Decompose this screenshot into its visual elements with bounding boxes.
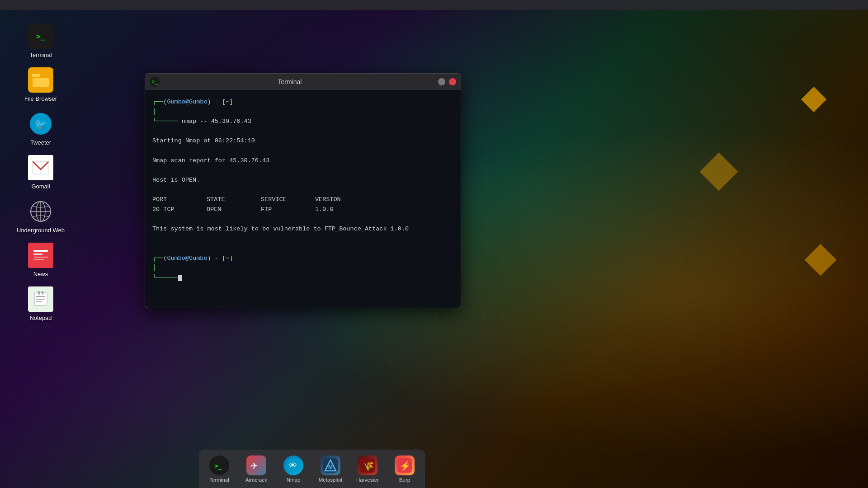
terminal-label: Terminal bbox=[29, 52, 52, 58]
terminal-table-header: PORT STATE SERVICE VERSION bbox=[152, 195, 453, 205]
terminal-line-2: │ bbox=[152, 107, 453, 117]
taskbar-item-airocrack[interactable]: ✈ Airocrack bbox=[240, 453, 273, 485]
news-icon bbox=[28, 243, 53, 268]
svg-rect-14 bbox=[33, 250, 48, 252]
terminal-output-vuln: This system is most likely to be vulnera… bbox=[152, 224, 453, 234]
svg-text:✈: ✈ bbox=[250, 461, 258, 471]
news-svg bbox=[32, 246, 50, 264]
desktop-icon-file-browser[interactable]: File Browser bbox=[14, 67, 68, 102]
tweeter-icon: 🐦 bbox=[28, 111, 53, 136]
terminal-output-3: Host is OPEN. bbox=[152, 175, 453, 185]
svg-rect-7 bbox=[32, 160, 50, 176]
taskbar-airocrack-label: Airocrack bbox=[245, 477, 267, 483]
file-browser-label: File Browser bbox=[24, 95, 57, 102]
svg-text:>_: >_ bbox=[36, 32, 45, 41]
terminal-titlebar: >_ Terminal bbox=[145, 74, 461, 90]
notepad-svg bbox=[32, 290, 50, 308]
terminal-line-3: └────── nmap -- 45.30.76.43 bbox=[152, 117, 453, 127]
web-svg bbox=[30, 201, 52, 222]
desktop-icon-notepad[interactable]: Notepad bbox=[14, 286, 68, 321]
taskbar-metasploit-label: Metasploit bbox=[319, 477, 342, 483]
terminal-body[interactable]: ┌──(Gumbo@Gumbo) - [~] │ └────── nmap --… bbox=[145, 90, 461, 308]
tweeter-svg: 🐦 bbox=[30, 113, 52, 135]
taskbar-burp-icon: ⚡ bbox=[395, 455, 415, 475]
terminal-output-2: Nmap scan report for 45.30.76.43 bbox=[152, 156, 453, 166]
terminal-window: >_ Terminal ┌──(Gumbo@Gumbo) - [~] │ └──… bbox=[145, 73, 461, 308]
notepad-icon bbox=[28, 286, 53, 312]
topbar bbox=[0, 0, 868, 10]
desktop-icon-news[interactable]: News bbox=[14, 243, 68, 277]
file-browser-icon bbox=[28, 67, 53, 93]
taskbar-terminal-icon: >_ bbox=[209, 455, 229, 475]
terminal-titlebar-icon: >_ bbox=[150, 77, 160, 87]
svg-text:🐦: 🐦 bbox=[34, 118, 47, 130]
terminal-line-prompt2: ┌──(Gumbo@Gumbo) - [~] bbox=[152, 253, 453, 263]
terminal-line-input: └────── bbox=[152, 273, 453, 283]
svg-text:M: M bbox=[328, 464, 333, 470]
terminal-svg: >_ bbox=[33, 28, 49, 44]
svg-text:⚡: ⚡ bbox=[400, 460, 411, 471]
mail-svg bbox=[32, 160, 50, 176]
terminal-line-cursor-row: │ bbox=[152, 263, 453, 273]
svg-rect-13 bbox=[32, 246, 50, 264]
desktop-icon-gomail[interactable]: Gomail bbox=[14, 155, 68, 190]
desktop-icon-terminal[interactable]: >_ Terminal bbox=[14, 23, 68, 58]
desktop-icons: >_ Terminal File Browser 🐦 Tweeter bbox=[0, 10, 81, 335]
taskbar-item-burp[interactable]: ⚡ Burp bbox=[388, 453, 421, 485]
tweeter-label: Tweeter bbox=[30, 139, 51, 146]
close-button[interactable] bbox=[449, 78, 456, 85]
desktop-icon-underground-web[interactable]: Underground Web bbox=[14, 199, 68, 234]
taskbar-harvester-label: Harvester bbox=[356, 477, 379, 483]
terminal-icon: >_ bbox=[28, 23, 53, 49]
gomail-icon bbox=[28, 155, 53, 180]
notepad-label: Notepad bbox=[29, 314, 52, 321]
svg-text:👁: 👁 bbox=[289, 461, 297, 470]
taskbar-item-harvester[interactable]: 🌾 Harvester bbox=[351, 453, 384, 485]
svg-rect-17 bbox=[33, 259, 44, 260]
terminal-line-1: ┌──(Gumbo@Gumbo) - [~] bbox=[152, 97, 453, 107]
minimize-button[interactable] bbox=[438, 78, 445, 85]
taskbar-nmap-icon: 👁 bbox=[283, 455, 303, 475]
svg-rect-15 bbox=[33, 253, 42, 255]
taskbar-item-metasploit[interactable]: M Metasploit bbox=[314, 453, 347, 485]
svg-rect-3 bbox=[32, 74, 40, 77]
taskbar-item-terminal[interactable]: >_ Terminal bbox=[203, 453, 236, 485]
svg-rect-24 bbox=[42, 291, 43, 295]
svg-text:🌾: 🌾 bbox=[363, 460, 374, 471]
underground-web-label: Underground Web bbox=[17, 227, 65, 234]
terminal-cursor bbox=[178, 275, 182, 281]
svg-rect-23 bbox=[38, 291, 40, 295]
terminal-output-1: Starting Nmap at 06:22:54:10 bbox=[152, 136, 453, 146]
taskbar-metasploit-icon: M bbox=[321, 455, 340, 475]
taskbar: >_ Terminal ✈ Airocrack 👁 Nmap bbox=[199, 450, 425, 488]
taskbar-harvester-icon: 🌾 bbox=[358, 455, 377, 475]
taskbar-nmap-label: Nmap bbox=[287, 477, 301, 483]
taskbar-burp-label: Burp bbox=[399, 477, 410, 483]
desktop-icon-tweeter[interactable]: 🐦 Tweeter bbox=[14, 111, 68, 146]
gomail-label: Gomail bbox=[31, 183, 50, 190]
folder-svg bbox=[32, 72, 50, 88]
terminal-title: Terminal bbox=[163, 78, 416, 85]
svg-rect-16 bbox=[33, 257, 48, 258]
taskbar-airocrack-icon: ✈ bbox=[246, 455, 266, 475]
news-label: News bbox=[33, 271, 48, 277]
svg-rect-4 bbox=[33, 78, 49, 87]
taskbar-item-nmap[interactable]: 👁 Nmap bbox=[277, 453, 310, 485]
taskbar-terminal-label: Terminal bbox=[209, 477, 229, 483]
svg-text:>_: >_ bbox=[214, 462, 222, 470]
terminal-table-row: 20 TCP OPEN FTP 1.0.0 bbox=[152, 205, 453, 215]
underground-web-icon bbox=[28, 199, 53, 224]
